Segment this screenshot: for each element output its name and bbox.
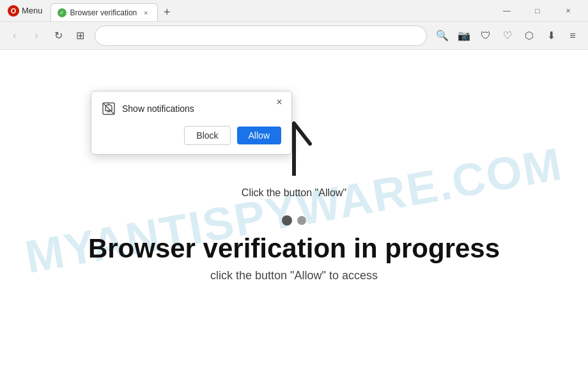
address-input[interactable]: [103, 31, 419, 40]
menu-label: Menu: [22, 6, 43, 15]
title-bar: O Menu Browser verification × + — □ ×: [0, 0, 588, 22]
dot-active: [282, 215, 292, 226]
maximize-button[interactable]: □: [523, 0, 552, 22]
refresh-icon: ↻: [54, 29, 63, 42]
new-tab-button[interactable]: +: [158, 3, 176, 21]
forward-icon: ›: [35, 30, 38, 42]
heart-icon: ♡: [503, 29, 512, 42]
download-icon: ⬇: [547, 29, 555, 42]
opera-logo-icon: O: [8, 5, 19, 17]
nav-right-icons: 🔍 📷 🛡 ♡ ⬡ ⬇ ≡: [432, 26, 583, 46]
notification-title: Show notifications: [122, 104, 194, 114]
sub-text: click the button "Allow" to access: [210, 269, 378, 282]
tab-close-button[interactable]: ×: [141, 8, 151, 18]
dot-inactive: [297, 216, 306, 225]
page-content: MYANTISPYWARE.COM Click the button "Allo…: [0, 50, 588, 370]
close-button[interactable]: ×: [553, 0, 583, 22]
main-heading: Browser verification in progress: [88, 233, 500, 264]
loading-dots: [282, 215, 306, 226]
notification-buttons: Block Allow: [102, 126, 281, 145]
hamburger-menu-btn[interactable]: ≡: [562, 26, 583, 46]
heart-icon-btn[interactable]: ♡: [497, 26, 518, 46]
search-icon: 🔍: [436, 29, 449, 42]
address-bar-wrap[interactable]: [95, 26, 427, 46]
camera-icon-btn[interactable]: 📷: [454, 26, 474, 46]
shield-icon-btn[interactable]: 🛡: [476, 26, 496, 46]
cube-icon-btn[interactable]: ⬡: [519, 26, 539, 46]
watermark: MYANTISPYWARE.COM: [0, 50, 588, 370]
tab-favicon-icon: [58, 8, 66, 17]
menu-button[interactable]: O Menu: [3, 2, 48, 20]
click-instruction-text: Click the button "Allow": [242, 187, 346, 199]
block-button[interactable]: Block: [184, 126, 230, 145]
tab-label: Browser verification: [70, 8, 137, 17]
notification-popup: × Show notifications Block Allow: [91, 91, 292, 155]
cube-icon: ⬡: [525, 29, 534, 42]
search-icon-btn[interactable]: 🔍: [432, 26, 453, 46]
refresh-button[interactable]: ↻: [49, 26, 68, 45]
back-button[interactable]: ‹: [5, 26, 24, 45]
camera-icon: 📷: [458, 29, 470, 42]
grid-icon: ⊞: [76, 29, 84, 42]
shield-icon: 🛡: [481, 30, 491, 42]
tabs-area: Browser verification × +: [50, 0, 490, 21]
grid-button[interactable]: ⊞: [70, 26, 89, 45]
notification-header: Show notifications: [102, 102, 281, 116]
minimize-button[interactable]: —: [492, 0, 522, 22]
nav-bar: ‹ › ↻ ⊞ 🔍 📷 🛡 ♡ ⬡ ⬇ ≡: [0, 22, 588, 50]
back-icon: ‹: [13, 30, 16, 42]
active-tab[interactable]: Browser verification ×: [50, 3, 159, 21]
download-icon-btn[interactable]: ⬇: [541, 26, 561, 46]
forward-button[interactable]: ›: [27, 26, 46, 45]
allow-button[interactable]: Allow: [237, 127, 281, 144]
notification-bell-icon: [102, 102, 116, 116]
notification-close-button[interactable]: ×: [272, 95, 286, 109]
hamburger-icon: ≡: [569, 30, 575, 42]
window-controls: — □ ×: [492, 0, 585, 22]
